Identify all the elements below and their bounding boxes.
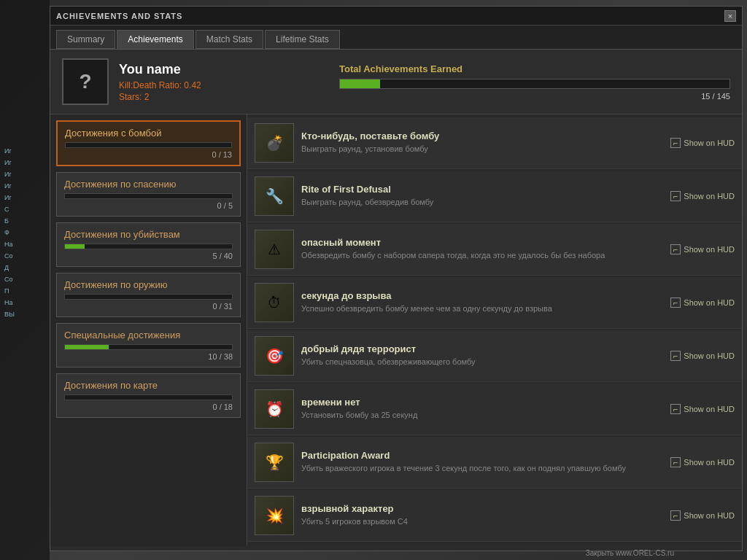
sidebar-link-6[interactable]: С: [3, 204, 47, 214]
sidebar-link-2[interactable]: Иг: [3, 158, 47, 168]
total-progress-fill: [340, 79, 380, 88]
category-rescue[interactable]: Достижения по спасению 0 / 5: [56, 172, 241, 217]
achievement-info-2: Rite of First Defusal Выиграть раунд, об…: [301, 184, 663, 208]
category-weapons-name: Достижения по оружию: [64, 279, 233, 290]
main-window: ACHIEVEMENTS AND STATS × Summary Achieve…: [50, 6, 743, 551]
sidebar-link-9[interactable]: На: [3, 239, 47, 249]
close-button[interactable]: ×: [724, 10, 736, 22]
achievement-desc-1: Выиграть раунд, установив бомбу: [301, 144, 663, 155]
sidebar-link-1[interactable]: Иг: [3, 146, 47, 156]
achievement-item-6: ⏰ времени нет Установить бомбу за 25 сек…: [247, 384, 742, 435]
achievement-info-7: Participation Award Убить вражеского игр…: [301, 450, 663, 474]
achievement-info-3: опасный момент Обезвредить бомбу с набор…: [301, 237, 663, 261]
achievement-title-4: секунда до взрыва: [301, 290, 663, 301]
sidebar-link-10[interactable]: Со: [3, 251, 47, 261]
achievement-desc-6: Установить бомбу за 25 секунд: [301, 410, 663, 421]
hud-icon-5: ⌐: [670, 351, 681, 361]
category-bomb-bar: [65, 142, 232, 148]
achievement-thumb-8: 💥: [255, 496, 294, 535]
achievement-thumb-1: 💣: [255, 123, 294, 163]
achievement-item-2: 🔧 Rite of First Defusal Выиграть раунд, …: [247, 171, 742, 222]
category-weapons-text: 0 / 31: [64, 302, 233, 311]
achievement-desc-5: Убить спецназовца, обезвреживающего бомб…: [301, 357, 663, 368]
tab-summary[interactable]: Summary: [56, 30, 115, 49]
tab-achievements[interactable]: Achievements: [117, 30, 193, 49]
category-kills-text: 5 / 40: [64, 252, 233, 260]
window-title: ACHIEVEMENTS AND STATS: [56, 12, 182, 20]
sidebar-link-12[interactable]: Со: [3, 274, 47, 284]
achievement-item-4: ⏱ секунда до взрыва Успешно обезвредить …: [247, 277, 742, 329]
hud-icon-6: ⌐: [670, 404, 681, 414]
show-on-hud-2[interactable]: ⌐ Show on HUD: [670, 191, 735, 201]
avatar: ?: [62, 58, 109, 105]
achievement-thumb-5: 🎯: [255, 336, 294, 376]
category-weapons-bar: [64, 294, 233, 300]
profile-stars: Stars: 2: [119, 92, 314, 102]
tab-lifetime-stats[interactable]: Lifetime Stats: [265, 30, 340, 49]
achievement-item-7: 🏆 Participation Award Убить вражеского и…: [247, 437, 742, 489]
achievement-title-3: опасный момент: [301, 237, 663, 248]
achievement-desc-2: Выиграть раунд, обезвредив бомбу: [301, 197, 663, 208]
category-weapons[interactable]: Достижения по оружию 0 / 31: [56, 273, 241, 317]
achievement-thumb-2: 🔧: [255, 176, 294, 216]
show-on-hud-4[interactable]: ⌐ Show on HUD: [670, 298, 735, 308]
total-progress-bar: [339, 79, 730, 89]
show-on-hud-5[interactable]: ⌐ Show on HUD: [670, 351, 735, 361]
achievement-thumb-7: 🏆: [255, 443, 294, 482]
category-bomb[interactable]: Достижения с бомбой 0 / 13: [56, 120, 241, 166]
achievement-title-2: Rite of First Defusal: [301, 184, 663, 195]
title-bar: ACHIEVEMENTS AND STATS ×: [50, 7, 742, 26]
achievements-total: Total Achievements Earned 15 / 145: [325, 63, 730, 101]
category-bomb-text: 0 / 13: [65, 150, 232, 159]
achievement-desc-3: Обезвредить бомбу с набором сапера тогда…: [301, 250, 663, 261]
achievement-item-5: 🎯 добрый дядя террорист Убить спецназовц…: [247, 330, 742, 382]
achievement-thumb-6: ⏰: [255, 389, 294, 429]
watermark: Закрыть www.OREL-CS.ru: [586, 549, 674, 557]
profile-name: You name: [119, 62, 314, 77]
tab-match-stats[interactable]: Match Stats: [196, 30, 263, 49]
achievement-item-8: 💥 взрывной характер Убить 5 игроков взры…: [247, 490, 742, 542]
achievement-title-5: добрый дядя террорист: [301, 343, 663, 354]
show-on-hud-1[interactable]: ⌐ Show on HUD: [670, 138, 735, 148]
achievement-thumb-3: ⚠: [255, 230, 294, 269]
category-rescue-name: Достижения по спасению: [64, 179, 233, 190]
category-special-name: Специальные достижения: [64, 330, 233, 341]
sidebar-link-11[interactable]: Д: [3, 262, 47, 273]
show-on-hud-6[interactable]: ⌐ Show on HUD: [670, 404, 735, 414]
achievement-info-8: взрывной характер Убить 5 игроков взрыво…: [301, 503, 663, 527]
show-on-hud-8[interactable]: ⌐ Show on HUD: [670, 510, 735, 521]
sidebar-link-13[interactable]: П: [3, 286, 47, 296]
achievement-title-6: времени нет: [301, 397, 663, 408]
achievement-title-8: взрывной характер: [301, 503, 663, 514]
category-map-text: 0 / 18: [64, 402, 233, 411]
sidebar-link-14[interactable]: На: [3, 298, 47, 308]
achievements-total-label: Total Achievements Earned: [339, 63, 730, 74]
achievement-item-1: 💣 Кто-нибудь, поставьте бомбу Выиграть р…: [247, 117, 742, 169]
sidebar-links: Иг Иг Иг Иг Иг С Б Ф На Со Д Со П На ВЫ: [3, 146, 47, 319]
category-kills-bar: [64, 244, 233, 249]
achievement-desc-7: Убить вражеского игрока в течение 3 секу…: [301, 463, 663, 474]
hud-icon-7: ⌐: [670, 457, 681, 467]
achievement-title-1: Кто-нибудь, поставьте бомбу: [301, 131, 663, 141]
profile-section: ? You name Kill:Death Ratio: 0.42 Stars:…: [50, 50, 742, 114]
hud-icon-8: ⌐: [670, 510, 681, 521]
achievement-info-5: добрый дядя террорист Убить спецназовца,…: [301, 343, 663, 368]
category-special[interactable]: Специальные достижения 10 / 38: [56, 323, 241, 368]
category-map[interactable]: Достижения по карте 0 / 18: [56, 373, 241, 418]
sidebar-link-3[interactable]: Иг: [3, 169, 47, 179]
achievements-list: 💣 Кто-нибудь, поставьте бомбу Выиграть р…: [247, 114, 742, 546]
sidebar-link-5[interactable]: Иг: [3, 192, 47, 203]
category-kills[interactable]: Достижения по убийствам 5 / 40: [56, 222, 241, 267]
sidebar-link-7[interactable]: Б: [3, 216, 47, 226]
show-on-hud-3[interactable]: ⌐ Show on HUD: [670, 244, 735, 254]
category-kills-name: Достижения по убийствам: [64, 229, 233, 240]
show-on-hud-7[interactable]: ⌐ Show on HUD: [670, 457, 735, 467]
total-progress-text: 15 / 145: [339, 92, 730, 101]
sidebar-link-15[interactable]: ВЫ: [3, 309, 47, 319]
achievement-info-1: Кто-нибудь, поставьте бомбу Выиграть рау…: [301, 131, 663, 155]
sidebar-link-4[interactable]: Иг: [3, 181, 47, 191]
achievement-info-4: секунда до взрыва Успешно обезвредить бо…: [301, 290, 663, 314]
achievement-desc-4: Успешно обезвредить бомбу менее чем за о…: [301, 303, 663, 314]
sidebar-link-8[interactable]: Ф: [3, 228, 47, 238]
category-bomb-name: Достижения с бомбой: [65, 128, 232, 139]
